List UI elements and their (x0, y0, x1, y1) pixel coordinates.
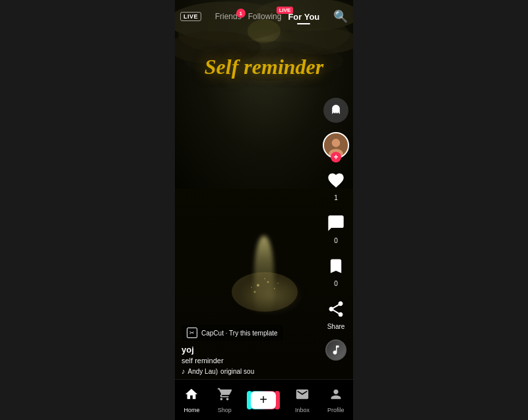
nav-item-home[interactable]: Home (178, 384, 205, 416)
share-action[interactable]: Share (323, 297, 348, 330)
shop-icon (217, 387, 232, 405)
right-panel (353, 0, 528, 420)
svg-point-9 (267, 281, 269, 283)
profile-icon (329, 387, 343, 405)
nav-item-inbox[interactable]: Inbox (290, 384, 315, 416)
profile-label: Profile (327, 407, 345, 413)
home-icon (184, 387, 199, 405)
creator-avatar[interactable]: + (323, 132, 349, 158)
bookmark-icon (323, 254, 348, 279)
add-button-inner: + (251, 392, 276, 409)
comment-icon (323, 211, 348, 236)
tab-friends[interactable]: Friends 1 (215, 12, 242, 21)
video-description: self reminder (182, 357, 317, 365)
tab-following[interactable]: Following LIVE (248, 12, 282, 21)
capcut-banner[interactable]: ✂ CapCut · Try this template (182, 325, 283, 341)
music-artist: Andy Lau) (188, 368, 218, 375)
comment-count: 0 (334, 237, 338, 244)
add-button[interactable]: + (249, 391, 277, 409)
follow-plus-button[interactable]: + (331, 152, 341, 162)
nav-item-add[interactable]: + (244, 388, 282, 412)
right-actions: + 1 0 (323, 98, 349, 361)
svg-point-13 (277, 283, 279, 284)
tab-for-you[interactable]: For You (288, 12, 319, 22)
nav-tabs: Friends 1 Following LIVE For You (215, 12, 320, 22)
like-count: 1 (334, 194, 338, 201)
bookmark-count: 0 (334, 280, 338, 287)
ghost-icon (323, 98, 348, 123)
like-action[interactable]: 1 (323, 168, 348, 201)
svg-point-11 (254, 291, 256, 293)
svg-point-14 (251, 287, 252, 288)
home-label: Home (183, 407, 199, 413)
music-info[interactable]: ♪ Andy Lau) original sou (182, 367, 317, 375)
bottom-navigation: Home Shop + Inbox (175, 379, 353, 420)
shop-label: Shop (218, 407, 232, 413)
friends-badge: 1 (236, 9, 246, 18)
live-badge: LIVE (180, 12, 201, 21)
music-disk-action[interactable] (325, 339, 346, 361)
inbox-label: Inbox (295, 407, 310, 413)
left-panel (0, 0, 175, 420)
svg-point-16 (332, 139, 341, 147)
active-tab-underline (297, 23, 310, 24)
inbox-icon (295, 387, 310, 405)
phone-container: LIVE Friends 1 Following LIVE For You 🔍 … (175, 0, 353, 420)
nav-left: LIVE (180, 12, 201, 21)
creator-username: yoj (182, 345, 317, 355)
svg-point-8 (257, 284, 259, 287)
like-icon (323, 168, 348, 193)
svg-point-12 (264, 278, 265, 279)
nav-item-profile[interactable]: Profile (322, 384, 350, 416)
share-label: Share (327, 323, 345, 330)
comment-action[interactable]: 0 (323, 211, 348, 244)
share-icon (323, 297, 348, 322)
bookmark-action[interactable]: 0 (323, 254, 348, 287)
svg-point-10 (274, 288, 275, 289)
bottom-info: ✂ CapCut · Try this template yoj self re… (182, 325, 317, 375)
sparkle-svg (228, 269, 301, 315)
search-icon[interactable]: 🔍 (333, 9, 348, 24)
ghost-action[interactable] (323, 98, 348, 123)
video-title: Self reminder (175, 55, 353, 79)
top-navigation: LIVE Friends 1 Following LIVE For You 🔍 (175, 0, 353, 33)
music-note-icon: ♪ (182, 367, 185, 375)
capcut-icon: ✂ (187, 328, 197, 338)
music-avatar (325, 339, 346, 361)
capcut-text: CapCut · Try this template (201, 330, 278, 337)
music-type: original sou (220, 368, 254, 375)
nav-item-shop[interactable]: Shop (212, 384, 237, 416)
